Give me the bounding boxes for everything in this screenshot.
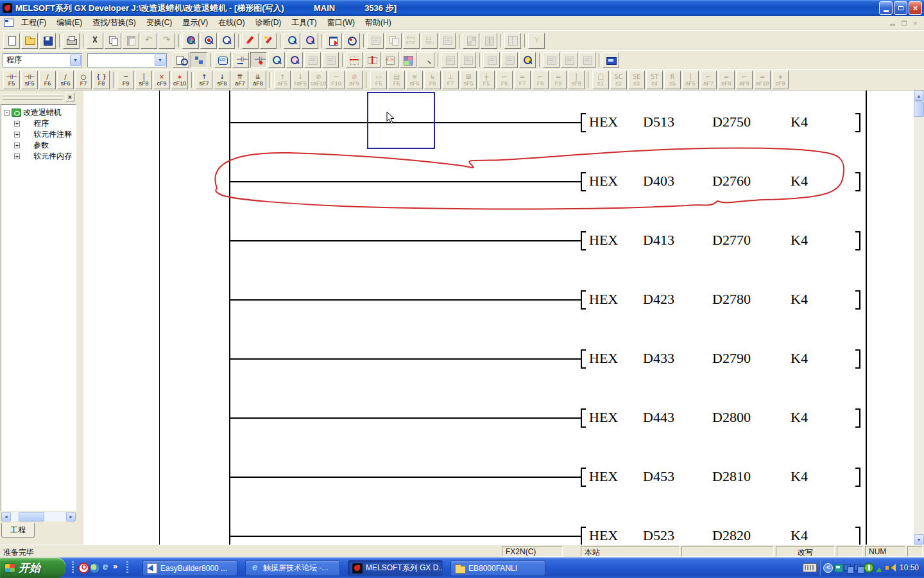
- tab-project[interactable]: 工程: [1, 523, 35, 538]
- fkey-button[interactable]: = F9: [550, 71, 567, 89]
- ladder-rung[interactable]: HEX D523 D2820 K4: [83, 527, 914, 545]
- tile-window-button[interactable]: [481, 33, 497, 49]
- cut-button[interactable]: [87, 33, 103, 49]
- ladder-selection-cursor[interactable]: [367, 92, 435, 149]
- plc-write-button[interactable]: [367, 33, 384, 49]
- monitor-button[interactable]: [528, 33, 545, 49]
- closed-contact-button[interactable]: ∕ F6: [39, 71, 56, 89]
- task-forum[interactable]: 触摸屏技术论坛 -...: [245, 560, 340, 576]
- open-button[interactable]: [21, 33, 38, 49]
- fkey-button[interactable]: ⊥ F7: [442, 71, 459, 89]
- parallel-closed-contact-button[interactable]: ∕ sF6: [57, 71, 74, 89]
- gray-tool-3-button[interactable]: [441, 52, 458, 68]
- fkey-button[interactable]: = F7: [514, 71, 531, 89]
- new-button[interactable]: [3, 33, 20, 49]
- scroll-up-icon[interactable]: ▲: [914, 91, 924, 101]
- expand-icon[interactable]: +: [14, 132, 20, 137]
- menu-item[interactable]: 查找/替换(S): [87, 16, 141, 30]
- fkey-button[interactable]: ⌐ F6: [496, 71, 513, 89]
- fkey-button[interactable]: ↓ caF5: [292, 71, 309, 89]
- find-contact-button[interactable]: [200, 33, 217, 49]
- toolbar-grip[interactable]: [72, 561, 74, 574]
- print-button[interactable]: [63, 33, 80, 49]
- fkey-button[interactable]: ▤ F6: [388, 71, 405, 89]
- minimize-button[interactable]: [879, 1, 893, 15]
- tray-update-icon[interactable]: [843, 563, 853, 573]
- grid-window-button[interactable]: [463, 33, 479, 49]
- ladder-rung[interactable]: HEX D433 D2790 K4: [83, 349, 914, 369]
- window-arrange-button[interactable]: [325, 33, 342, 49]
- ladder-rung[interactable]: HEX D453 D2810 K4: [83, 468, 914, 487]
- error-check-button[interactable]: [403, 33, 420, 49]
- parallel-open-contact-button[interactable]: ⊣⊢ sF5: [21, 71, 38, 89]
- toolbar-grip[interactable]: [126, 561, 128, 574]
- fkey-button[interactable]: ⊘ aF9: [346, 71, 363, 89]
- opera-icon[interactable]: [78, 563, 89, 574]
- scroll-right-icon[interactable]: ►: [66, 512, 76, 521]
- expand-icon[interactable]: +: [14, 121, 20, 127]
- find-page-button[interactable]: [173, 52, 189, 68]
- scroll-thumb[interactable]: [19, 512, 44, 521]
- scroll-thumb[interactable]: [914, 101, 924, 117]
- scroll-down-icon[interactable]: ▼: [914, 534, 924, 545]
- menu-item[interactable]: 窗口(W): [322, 16, 360, 30]
- keyboard-layout-icon[interactable]: [803, 563, 817, 572]
- project-tree-toggle-button[interactable]: [191, 52, 207, 68]
- horizontal-line-button[interactable]: ─ F9: [117, 71, 134, 89]
- fkey-button[interactable]: □ c1: [592, 71, 609, 89]
- menu-item[interactable]: 在线(O): [213, 16, 250, 30]
- insert-mode-button[interactable]: [260, 33, 277, 49]
- menu-item[interactable]: 工程(F): [16, 16, 51, 30]
- menu-item[interactable]: 编辑(E): [51, 16, 87, 30]
- time-chart-button[interactable]: [418, 52, 434, 68]
- ladder-rung[interactable]: HEX D413 D2770 K4: [83, 231, 914, 250]
- fkey-button[interactable]: ⊠ sF5: [460, 71, 477, 89]
- fkey-button[interactable]: ≡ sF6: [406, 71, 423, 89]
- fkey-button[interactable]: = aF10: [754, 71, 771, 89]
- mdi-close-button[interactable]: ×: [911, 19, 920, 27]
- gray-tool-8-button[interactable]: [561, 52, 578, 68]
- fkey-button[interactable]: ⌐ aF7: [700, 71, 717, 89]
- fkey-button[interactable]: SC c2: [610, 71, 627, 89]
- close-button[interactable]: ×: [909, 1, 922, 15]
- circuit-search-button[interactable]: [343, 33, 360, 49]
- parameter-button[interactable]: [504, 33, 521, 49]
- parallel-rising-pulse-button[interactable]: ⇈ aF7: [232, 71, 248, 89]
- fkey-button[interactable]: = aF8: [718, 71, 735, 89]
- tree-item[interactable]: + 程序: [13, 118, 76, 128]
- device-edit-button[interactable]: [286, 52, 303, 68]
- parallel-falling-pulse-button[interactable]: ⇊ aF8: [250, 71, 266, 89]
- rising-pulse-button[interactable]: ↑ sF7: [196, 71, 212, 89]
- collapse-icon[interactable]: -: [4, 110, 10, 116]
- gray-tool-6-button[interactable]: [501, 52, 518, 68]
- redo-button[interactable]: [158, 33, 175, 49]
- fkey-button[interactable]: ST c4: [646, 71, 663, 89]
- fkey-button[interactable]: │ sF9: [568, 71, 585, 89]
- fkey-button[interactable]: R c5: [664, 71, 681, 89]
- device-find-button[interactable]: [268, 52, 285, 68]
- tray-windows-icon[interactable]: [853, 563, 864, 573]
- ladder-editor[interactable]: HEX D513 D2750 K4 HEX D403 D2760 K4: [83, 91, 914, 545]
- quick-launch-overflow-icon[interactable]: [111, 563, 122, 574]
- application-instruction-button[interactable]: { } F8: [93, 71, 110, 89]
- gray-tool-5-button[interactable]: [483, 52, 500, 68]
- device-combobox[interactable]: ▼: [87, 53, 167, 67]
- copy-button[interactable]: [105, 33, 121, 49]
- ladder-rung[interactable]: HEX D423 D2780 K4: [83, 290, 914, 310]
- mdi-restore-button[interactable]: [899, 19, 909, 27]
- ie-icon[interactable]: [100, 563, 111, 574]
- combo-dropdown-icon[interactable]: ▼: [155, 55, 166, 66]
- globe-icon[interactable]: [89, 563, 100, 574]
- fkey-button[interactable]: │ aF5: [682, 71, 699, 89]
- fkey-button[interactable]: ↑ aF5: [274, 71, 291, 89]
- combo-dropdown-icon[interactable]: ▼: [70, 55, 81, 66]
- panel-close-icon[interactable]: ×: [65, 92, 74, 101]
- tree-horizontal-scrollbar[interactable]: ◄ ►: [1, 512, 76, 521]
- undo-button[interactable]: [141, 33, 157, 49]
- mdi-minimize-button[interactable]: [887, 19, 897, 27]
- menu-item[interactable]: 显示(V): [177, 16, 213, 30]
- menu-item[interactable]: 变换(C): [141, 16, 178, 30]
- program-mode-combobox[interactable]: 程序 ▼: [3, 53, 82, 67]
- title-bar[interactable]: MELSOFT系列 GX Developer J:\改造退蜡机\改造退蜡机 - …: [0, 0, 924, 16]
- find-device-button[interactable]: [182, 33, 199, 49]
